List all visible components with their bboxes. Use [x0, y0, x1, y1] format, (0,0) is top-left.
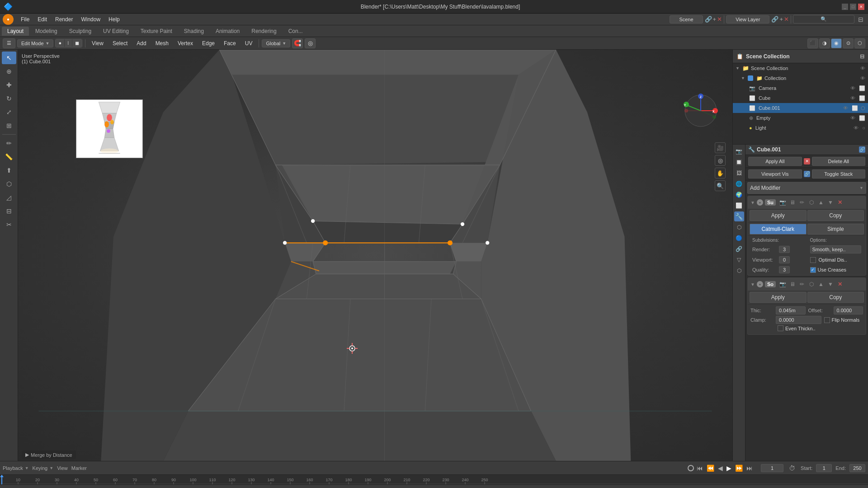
mod1-down-icon[interactable]: ▼ — [826, 198, 835, 206]
menu-render[interactable]: Render — [52, 15, 76, 23]
prop-object[interactable]: ⬜ — [734, 201, 744, 211]
mod2-close-icon[interactable]: ✕ — [836, 280, 844, 288]
outliner-scene-collection[interactable]: ▼ 📁 Scene Collection 👁 — [733, 63, 868, 73]
mod2-cage-icon[interactable]: ⬡ — [807, 280, 816, 288]
tab-texture-paint[interactable]: Texture Paint — [135, 27, 178, 36]
tool-bevel[interactable]: ◿ — [2, 191, 16, 204]
scene-selector[interactable]: Scene — [670, 15, 703, 23]
zoom-icon[interactable]: 🔍 — [715, 180, 726, 191]
scene-delete-icon[interactable]: ✕ — [717, 16, 722, 23]
viewport-value[interactable]: 0 — [779, 256, 790, 263]
navigation-gizmo[interactable]: X Y Z — [683, 93, 719, 129]
vl-add-icon[interactable]: + — [779, 16, 783, 23]
tool-measure[interactable]: 📏 — [2, 150, 16, 163]
toolbar-view[interactable]: View — [88, 39, 107, 47]
viewport-overlay[interactable]: ⊙ — [843, 38, 854, 48]
minimize-button[interactable]: _ — [842, 4, 848, 10]
proportional-edit-icon[interactable]: ◎ — [305, 38, 316, 48]
mod2-up-icon[interactable]: ▲ — [817, 280, 825, 288]
view-layer-selector[interactable]: View Layer — [726, 15, 769, 23]
transform-orientation[interactable]: Global ▼ — [262, 39, 290, 47]
optimal-checkbox[interactable] — [810, 257, 816, 263]
mod1-cage-icon[interactable]: ⬡ — [807, 198, 816, 206]
face-select-btn[interactable]: ◼ — [72, 39, 82, 47]
menu-file[interactable]: File — [17, 15, 33, 23]
even-thick-checkbox[interactable] — [778, 325, 783, 331]
prop-world[interactable]: 🌍 — [734, 190, 744, 200]
prop-constraints[interactable]: 🔗 — [734, 244, 744, 254]
delete-all-button[interactable]: Delete All — [812, 157, 866, 166]
modifier-2-collapse[interactable]: ▼ — [750, 282, 755, 287]
mod1-camera-icon[interactable]: 📷 — [779, 198, 787, 206]
viewport-xray[interactable]: ⬡ — [854, 38, 865, 48]
pan-icon[interactable]: ✋ — [715, 168, 726, 178]
viewport-shading-rendered[interactable]: ◉ — [831, 38, 842, 48]
thic-value[interactable]: 0.045m — [776, 306, 806, 314]
modifier-1-collapse[interactable]: ▼ — [750, 200, 755, 205]
prop-modifiers[interactable]: 🔧 — [734, 211, 744, 221]
viewport-vis-button[interactable]: Viewport Vis — [748, 169, 802, 178]
smooth-keep-btn[interactable]: Smooth, keep.. — [810, 245, 862, 253]
outliner-collection[interactable]: ▼ 📁 Collection 👁 — [733, 73, 868, 83]
vl-delete-icon[interactable]: ✕ — [784, 16, 789, 23]
simple-btn[interactable]: Simple — [807, 224, 864, 235]
prev-frame-btn[interactable]: ⏪ — [706, 465, 715, 472]
prop-output[interactable]: 🔲 — [734, 157, 744, 167]
tool-select[interactable]: ↖ — [2, 52, 16, 64]
playback-dropdown[interactable]: ▼ — [25, 466, 29, 470]
ol-cube001-vis[interactable]: 👁 — [843, 105, 848, 111]
record-btn[interactable] — [688, 465, 694, 471]
render-preview-icon[interactable]: ◎ — [715, 155, 726, 166]
toggle-stack-button[interactable]: Toggle Stack — [812, 169, 866, 178]
prop-view-layer[interactable]: 🖼 — [734, 168, 744, 178]
scene-add-icon[interactable]: + — [713, 16, 717, 23]
outliner-cube001[interactable]: ⬜ Cube.001 👁 ⬜ ⬡ — [733, 103, 868, 113]
toolbar-edge[interactable]: Edge — [198, 39, 218, 47]
ol-collection-vis[interactable]: 👁 — [860, 75, 865, 81]
tab-con[interactable]: Con... — [283, 27, 308, 36]
ol-camera-vis[interactable]: 👁 — [850, 85, 855, 91]
menu-help[interactable]: Help — [105, 15, 123, 23]
tool-move[interactable]: ✚ — [2, 79, 16, 91]
tool-knife[interactable]: ✂ — [2, 218, 16, 231]
creases-checkbox[interactable]: ✓ — [810, 267, 816, 273]
header-editor-type[interactable]: ☰ — [3, 38, 15, 48]
vertex-select-btn[interactable]: ● — [56, 39, 64, 47]
viewport-vis-link[interactable]: 🔗 — [804, 171, 810, 177]
clamp-value[interactable]: 0.0000 — [776, 316, 821, 324]
outliner-filter-icon[interactable]: ⊟ — [860, 53, 864, 60]
menu-edit[interactable]: Edit — [34, 15, 51, 23]
prop-physics[interactable]: 🔵 — [734, 233, 744, 243]
outliner-cube[interactable]: ⬜ Cube 👁 ⬜ — [733, 93, 868, 103]
tool-annotate[interactable]: ✏ — [2, 137, 16, 150]
toolbar-select[interactable]: Select — [109, 39, 131, 47]
tab-modeling[interactable]: Modeling — [30, 27, 63, 36]
edge-select-btn[interactable]: ⁞ — [65, 39, 72, 47]
menu-window[interactable]: Window — [77, 15, 104, 23]
modifier-2-vis-circle[interactable]: ● — [757, 281, 763, 287]
ol-light-vis[interactable]: 👁 — [854, 125, 859, 131]
toolbar-add[interactable]: Add — [133, 39, 150, 47]
ol-vis[interactable]: 👁 — [860, 66, 865, 71]
vl-link-icon[interactable]: 🔗 — [771, 16, 778, 23]
keying-dropdown[interactable]: ▼ — [49, 466, 53, 470]
props-link-icon[interactable]: 🔗 — [859, 146, 865, 153]
offset-value[interactable]: 0.0000 — [834, 306, 863, 314]
mod2-edit-icon[interactable]: ✏ — [798, 280, 806, 288]
search-input[interactable]: 🔍 — [793, 15, 854, 23]
mod2-camera-icon[interactable]: 📷 — [779, 280, 787, 288]
apply-all-x[interactable]: ✕ — [804, 158, 810, 164]
jump-to-end-btn[interactable]: ⏭ — [745, 465, 754, 472]
tab-animation[interactable]: Animation — [210, 27, 245, 36]
jump-to-start-btn[interactable]: ⏮ — [696, 465, 704, 472]
toolbar-vertex[interactable]: Vertex — [174, 39, 197, 47]
mod1-edit-icon[interactable]: ✏ — [798, 198, 806, 206]
maximize-button[interactable]: □ — [850, 4, 856, 10]
prop-data[interactable]: ▽ — [734, 255, 744, 265]
prop-particles[interactable]: ⬡ — [734, 222, 744, 232]
mod2-viewport-icon[interactable]: 🖥 — [788, 280, 797, 288]
tool-rotate[interactable]: ↻ — [2, 92, 16, 105]
viewport-shading-solid[interactable]: ⬛ — [807, 38, 818, 48]
mode-selector[interactable]: Edit Mode ▼ — [17, 39, 53, 47]
filter-icon[interactable]: ⊟ — [856, 16, 865, 23]
